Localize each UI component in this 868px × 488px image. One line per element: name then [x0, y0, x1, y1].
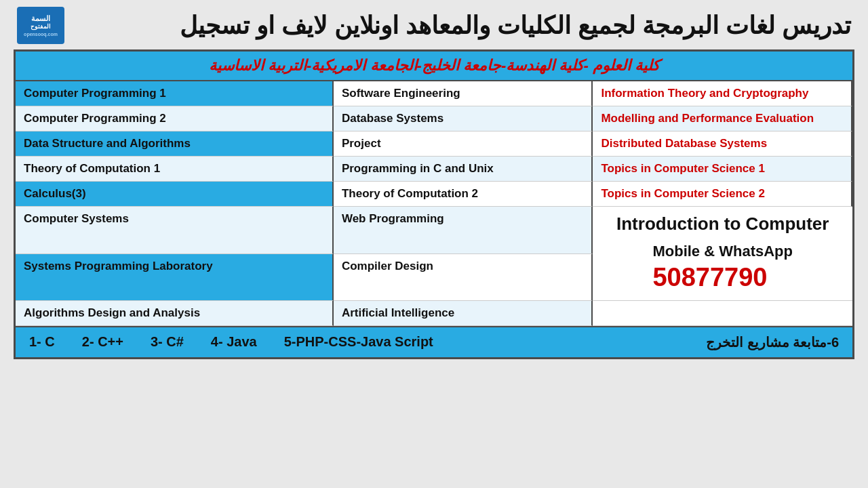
phone-number: 50877790	[652, 262, 793, 293]
table-row: Computer Programming 1	[16, 81, 334, 106]
footer-item-c: 1- C	[29, 334, 55, 350]
logo: السمة المفتوح opensooq.com	[17, 7, 64, 44]
table-row: Modelling and Performance Evaluation	[593, 106, 852, 131]
table-body: Computer Programming 1 Software Engineer…	[16, 81, 852, 326]
table-row: Computer Programming 2	[16, 106, 334, 131]
footer-item-csharp: 3- C#	[151, 334, 184, 350]
footer-item-cpp: 2- C++	[82, 334, 123, 350]
logo-area: السمة المفتوح opensooq.com	[17, 7, 64, 44]
contact-label: Mobile & WhatsApp	[652, 241, 793, 262]
table-row: Topics in Computer Science 1	[593, 157, 852, 182]
table-row	[593, 301, 852, 326]
table-row: Web Programming	[334, 207, 593, 253]
table-row: Information Theory and Cryptography	[593, 81, 852, 106]
table-row: Programming in C and Unix	[334, 157, 593, 182]
intro-label: Introduction to Computer	[616, 214, 829, 235]
table-row: Data Structure and Algorithms	[16, 131, 334, 157]
table-row: Algorithms Design and Analysis	[16, 301, 334, 326]
footer-item-java: 4- Java	[211, 334, 257, 350]
table-row: Software Engineering	[334, 81, 593, 106]
courses-table: كلية العلوم -كلية الهندسة-جامعة الخليج-ا…	[14, 49, 854, 359]
table-row: Compiler Design	[334, 254, 593, 301]
page-title: تدريس لغات البرمجة لجميع الكليات والمعاه…	[180, 12, 851, 40]
footer-item-arabic: 6-متابعة مشاريع التخرج	[706, 334, 839, 350]
table-row: Calculus(3)	[16, 182, 334, 207]
table-row: Computer Systems	[16, 207, 334, 253]
table-row: Theory of Computation 1	[16, 157, 334, 182]
table-row: Theory of Computation 2	[334, 182, 593, 207]
table-row: Distributed Database Systems	[593, 131, 852, 157]
top-bar: السمة المفتوح opensooq.com تدريس لغات ال…	[14, 7, 854, 44]
table-row: Systems Programming Laboratory	[16, 254, 334, 301]
header-row: كلية العلوم -كلية الهندسة-جامعة الخليج-ا…	[16, 52, 852, 81]
intro-cell: Introduction to Computer Mobile & WhatsA…	[593, 207, 852, 300]
footer-row: 1- C 2- C++ 3- C# 4- Java 5-PHP-CSS-Java…	[16, 326, 852, 357]
footer-item-php: 5-PHP-CSS-Java Script	[284, 334, 433, 350]
table-row: Topics in Computer Science 2	[593, 182, 852, 207]
table-row: Database Systems	[334, 106, 593, 131]
table-row: Project	[334, 131, 593, 157]
table-row: Artificial Intelligence	[334, 301, 593, 326]
